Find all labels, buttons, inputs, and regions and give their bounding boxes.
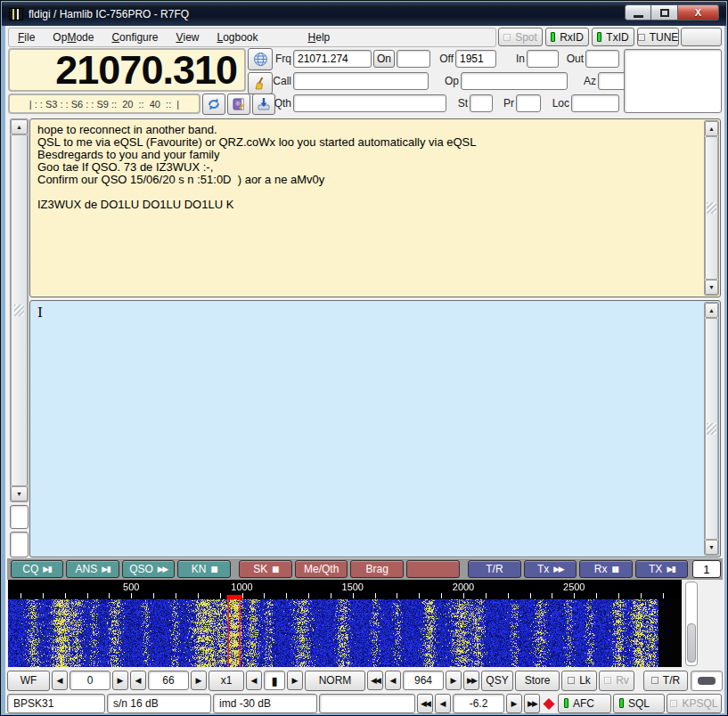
left-scrollbar[interactable]: ▲ ▼ [10,118,29,502]
logbook-button[interactable] [227,94,250,115]
pr-input[interactable] [516,94,541,112]
call-input[interactable] [293,72,429,90]
txid-button[interactable]: TxID [592,28,634,46]
offset-left-icon[interactable]: ◀ [435,694,451,713]
frequency-display[interactable]: 21070.310 [8,48,246,92]
op-input[interactable] [461,72,568,90]
tx-scrollbar[interactable]: ▲ ▼ [704,302,719,556]
macro-bar: CQ▶▮ANS▶▮QSO▶▶KN▮▮SK▮▮Me/QthBragT/RTx▶▶R… [7,558,723,580]
spot-button[interactable]: Spot [498,28,543,46]
qrz-lookup-button[interactable] [248,48,273,70]
frq-label: Frq [270,53,291,65]
left-scrollbar-thumb[interactable] [11,134,28,486]
scroll-left-icon[interactable]: ◀ [246,671,262,690]
menu-configure[interactable]: Configure [102,28,167,46]
carrier-left-icon[interactable]: ◀ [385,671,401,690]
waterfall-slider-thumb[interactable] [687,623,696,663]
scroll-up-icon[interactable]: ▲ [705,121,718,136]
slider-box[interactable] [691,671,723,691]
waterfall-canvas[interactable] [8,599,682,667]
reverse-button[interactable]: Rv [599,671,634,691]
macro-button-tx[interactable]: TX▶▮ [635,560,689,578]
macro-button-empty-7[interactable] [406,560,460,578]
scroll-down-icon[interactable]: ▼ [705,540,718,555]
rxid-button[interactable]: RxID [545,28,589,46]
tx-panel[interactable]: I ▲ ▼ [29,300,721,557]
left-spare-box-1 [10,505,29,529]
kpsql-button[interactable]: KPSQL [667,694,722,713]
minimize-button[interactable] [625,4,651,20]
menu-file[interactable]: File [9,28,44,46]
st-input[interactable] [470,94,493,112]
carrier-right-icon[interactable]: ▶ [446,671,462,690]
sql-button[interactable]: SQL [613,694,665,713]
scroll-right-icon[interactable]: ▶ [287,671,303,690]
off-time-input[interactable] [455,50,496,68]
carrier-fast-left-icon[interactable]: ◀◀ [367,671,383,690]
notes-box[interactable] [624,49,722,113]
macro-button-me-qth[interactable]: Me/Qth [295,560,348,578]
offset-fast-left-icon[interactable]: ◀◀ [417,694,433,713]
tune-button[interactable]: TUNE [637,28,679,46]
macro-button-kn[interactable]: KN▮▮ [177,560,231,578]
wf-mode-button[interactable]: WF [7,671,50,691]
on-time-input[interactable] [397,50,430,68]
menu-help[interactable]: Help [299,28,339,46]
menu-view[interactable]: View [167,28,208,46]
wf-speed-button[interactable]: NORM [305,671,365,691]
text-cursor-icon: I [37,305,43,321]
scroll-down-icon[interactable]: ▼ [705,280,718,295]
waterfall-slider[interactable] [685,582,698,666]
shift-value[interactable]: 0 [70,671,110,690]
sync-button[interactable] [202,94,225,115]
lock-button[interactable]: Lk [561,671,597,691]
macro-set-number[interactable]: 1 [692,560,721,578]
mode-status[interactable]: BPSK31 [7,694,105,713]
rx-scrollbar-thumb[interactable] [705,136,718,280]
txrx-button[interactable]: T/R [643,671,688,691]
rxid-led-icon [551,32,555,42]
loc-input[interactable] [571,94,619,112]
offset-fast-right-icon[interactable]: ▶▶ [524,694,540,713]
spare-button[interactable] [681,28,722,46]
macro-button-sk[interactable]: SK▮▮ [239,560,292,578]
scroll-up-icon[interactable]: ▲ [11,119,28,134]
magnify-button[interactable]: x1 [209,671,244,691]
macro-button-rx[interactable]: Rx▮▮ [579,560,633,578]
menu-logbook[interactable]: Logbook [208,28,266,46]
ampspan-left-icon[interactable]: ◀ [130,671,146,690]
menu-op-mode[interactable]: Op Mode [44,28,102,46]
on-button[interactable]: On [373,50,395,68]
scroll-up-icon[interactable]: ▲ [705,303,718,318]
offset-right-icon[interactable]: ▶ [506,694,522,713]
macro-button-ans[interactable]: ANS▶▮ [66,560,119,578]
carrier-value[interactable]: 964 [403,671,444,690]
offset-value[interactable]: -6.2 [453,694,504,713]
close-button[interactable]: X [678,4,719,20]
qsy-button[interactable]: QSY [481,671,513,691]
qth-input[interactable] [293,94,446,112]
rx-panel[interactable]: hope to reconnect in another band.QSL to… [29,118,721,297]
center-stop-button[interactable]: ▮ [264,671,285,690]
macro-button-t-r[interactable]: T/R [468,560,521,578]
rst-out-input[interactable] [585,50,619,68]
store-button[interactable]: Store [515,671,560,691]
frq-input[interactable] [293,50,372,68]
rx-scrollbar[interactable]: ▲ ▼ [704,120,719,296]
carrier-fast-right-icon[interactable]: ▶▶ [463,671,479,690]
afc-button[interactable]: AFC [558,694,611,713]
ampspan-right-icon[interactable]: ▶ [191,671,207,690]
tx-scrollbar-thumb[interactable] [705,318,718,540]
shift-left-icon[interactable]: ◀ [52,671,68,690]
shift-right-icon[interactable]: ▶ [112,671,128,690]
maximize-button[interactable] [651,4,678,20]
ampspan-value[interactable]: 66 [148,671,189,690]
macro-button-tx[interactable]: Tx▶▶ [524,560,577,578]
macro-button-cq[interactable]: CQ▶▮ [11,560,64,578]
slider-handle[interactable] [698,677,716,685]
scroll-down-icon[interactable]: ▼ [11,486,28,501]
rst-in-input[interactable] [527,50,559,68]
macro-button-brag[interactable]: Brag [350,560,404,578]
clear-fields-button[interactable] [248,72,273,94]
macro-button-qso[interactable]: QSO▶▶ [122,560,176,578]
